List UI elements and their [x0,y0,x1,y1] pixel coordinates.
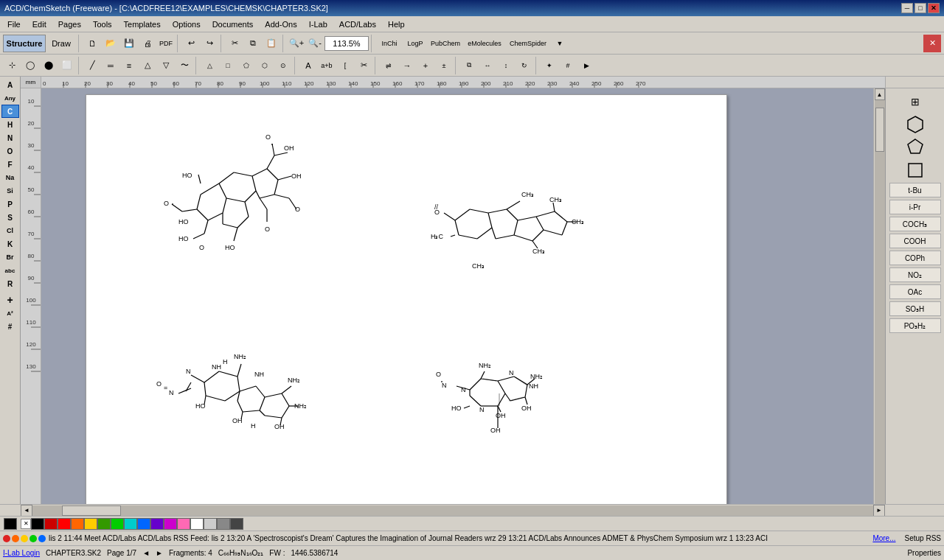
template-tool[interactable]: ⧉ [460,57,478,74]
atom-abc[interactable]: abc [1,264,19,277]
draw-mode-button[interactable]: Draw [46,35,76,52]
color-black[interactable] [31,518,44,530]
no-color-button[interactable]: ✕ [21,519,31,529]
color-magenta[interactable] [164,518,177,530]
atom-superscript[interactable]: A² [1,307,19,320]
atom-Cl[interactable]: Cl [1,224,19,237]
hexagon-ring-button[interactable] [902,114,929,135]
paste-button[interactable]: 📋 [263,35,280,52]
atom-add-button[interactable]: + [1,293,19,307]
chemspider-button[interactable]: ChemSpider [506,35,550,52]
color-white[interactable] [190,518,204,530]
close-banner-button[interactable]: ✕ [923,35,941,52]
zoom-in-button[interactable]: 🔍+ [288,35,305,52]
undo-button[interactable]: ↩ [182,35,200,52]
menu-acdlabs[interactable]: ACD/Labs [333,17,382,32]
bond-single-tool[interactable]: ╱ [83,57,101,74]
coch3-group-button[interactable]: COCH₃ [889,217,941,231]
atom-R[interactable]: R [1,277,19,290]
eraser-tool[interactable]: ✂ [355,57,372,74]
menu-help[interactable]: Help [382,17,411,32]
logp-button[interactable]: LogP [403,35,427,52]
menu-tools[interactable]: Tools [87,17,118,32]
stereo-tool[interactable]: ⇌ [380,57,398,74]
menu-ilab[interactable]: I-Lab [303,17,333,32]
maximize-button[interactable]: □ [914,3,926,13]
scroll-right-button[interactable]: ► [873,505,885,517]
inchi-button[interactable]: InChi [376,35,403,52]
save-button[interactable]: 💾 [120,35,138,52]
menu-file[interactable]: File [1,17,27,32]
more-tools[interactable]: ▶ [577,57,595,74]
atom-N[interactable]: N [1,131,19,144]
chain-tool[interactable]: 〜 [176,57,193,74]
text-tool[interactable]: A [299,57,317,74]
atom-Br[interactable]: Br [1,251,19,264]
menu-edit[interactable]: Edit [27,17,52,32]
setup-rss-button[interactable]: Setup RSS [905,534,941,542]
color-darkgray[interactable] [230,518,243,530]
minimize-button[interactable]: ─ [901,3,913,13]
cut-button[interactable]: ✂ [226,35,243,52]
open-button[interactable]: 📂 [102,35,119,52]
rectangle-select-tool[interactable]: ⬜ [58,57,76,74]
flip-v-tool[interactable]: ↕ [497,57,515,74]
bond-triple-tool[interactable]: ≡ [120,57,138,74]
emolecules-button[interactable]: eMolecules [464,35,505,52]
new-button[interactable]: 🗋 [83,35,101,52]
print-button[interactable]: 🖨 [139,35,156,52]
color-lightgray[interactable] [204,518,217,530]
ring-6-tool[interactable]: ⬡ [256,57,274,74]
so3h-group-button[interactable]: SO₃H [889,301,941,316]
color-darkgreen[interactable] [97,518,111,530]
oac-group-button[interactable]: OAc [889,284,941,299]
atom-tool[interactable]: ⬤ [40,57,58,74]
color-purple[interactable] [150,518,164,530]
atom-Si[interactable]: Si [1,184,19,197]
numbering-tool[interactable]: # [559,57,577,74]
scroll-thumb-v[interactable] [875,108,884,152]
structure-mode-button[interactable]: Structure [3,35,46,52]
color-pink[interactable] [177,518,190,530]
properties-button[interactable]: Properties [907,549,941,557]
bond-double-tool[interactable]: ═ [102,57,119,74]
tbu-group-button[interactable]: t-Bu [889,183,941,197]
bracket-tool[interactable]: [ [336,57,354,74]
ring-4-tool[interactable]: □ [219,57,237,74]
menu-templates[interactable]: Templates [118,17,167,32]
ring-arom-tool[interactable]: ⊙ [274,57,292,74]
bond-down-tool[interactable]: ▽ [157,57,175,74]
lasso-tool[interactable]: ◯ [21,57,39,74]
vscrollbar[interactable]: ▲ ▼ [873,88,885,504]
no2-group-button[interactable]: NO₂ [889,267,941,282]
grid-icon[interactable]: ⊞ [902,91,929,112]
zoom-input[interactable] [324,36,369,51]
color-gray[interactable] [217,518,230,530]
menu-documents[interactable]: Documents [206,17,260,32]
atom-C[interactable]: C [1,105,19,118]
color-yellow[interactable] [84,518,97,530]
more-plugins-button[interactable]: ▼ [551,35,569,52]
formula-tool[interactable]: a+b [318,57,336,74]
menu-pages[interactable]: Pages [52,17,87,32]
color-cyan[interactable] [124,518,137,530]
close-button[interactable]: ✕ [928,3,940,13]
square-ring-button[interactable] [902,160,929,181]
color-orange[interactable] [71,518,84,530]
next-page-button[interactable]: ► [156,549,163,557]
redo-button[interactable]: ↪ [201,35,218,52]
atom-A[interactable]: A [1,78,19,91]
ring-5-tool[interactable]: ⬠ [237,57,255,74]
atom-O[interactable]: O [1,144,19,158]
scroll-up-button[interactable]: ▲ [875,88,885,100]
atom-H[interactable]: H [1,118,19,131]
atom-P[interactable]: P [1,197,19,211]
pubchem-button[interactable]: PubChem [428,35,463,52]
color-red[interactable] [58,518,71,530]
plus-tool[interactable]: + [417,57,434,74]
coph-group-button[interactable]: COPh [889,251,941,265]
atom-hash[interactable]: # [1,320,19,333]
scroll-left-button[interactable]: ◄ [21,505,32,517]
more-button[interactable]: More... [872,534,895,542]
select-tool[interactable]: ⊹ [3,57,21,74]
